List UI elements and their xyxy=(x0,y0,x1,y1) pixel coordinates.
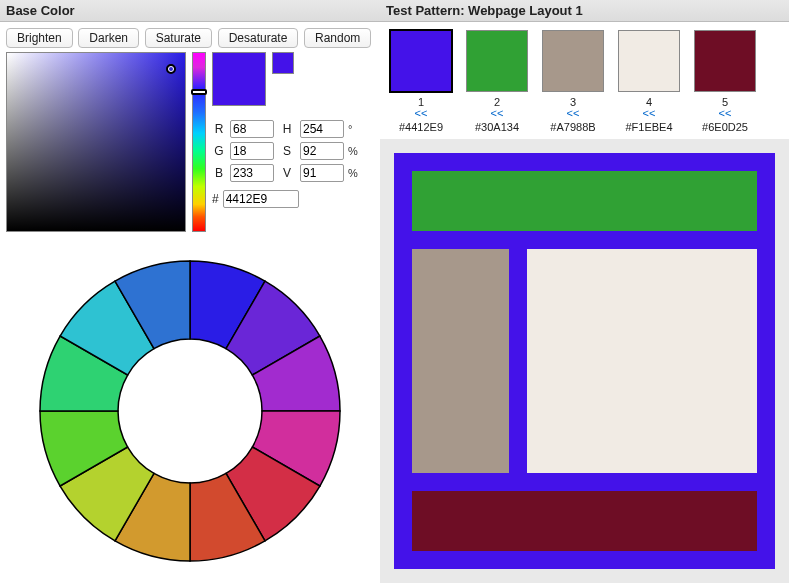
palette-swatch-box[interactable] xyxy=(694,30,756,92)
palette-swatch-hex: #A7988B xyxy=(550,121,595,133)
color-wheel[interactable] xyxy=(25,246,355,576)
layout-preview xyxy=(394,153,775,569)
palette-swatch-box[interactable] xyxy=(618,30,680,92)
v-input[interactable] xyxy=(300,164,344,182)
preview-sidebar-region xyxy=(412,249,509,473)
label-g: G xyxy=(212,144,226,158)
preview-header-region xyxy=(412,171,757,231)
desaturate-button[interactable]: Desaturate xyxy=(218,28,299,48)
palette-swatch-box[interactable] xyxy=(542,30,604,92)
palette-swatch-box[interactable] xyxy=(466,30,528,92)
palette-cycle-button[interactable]: << xyxy=(491,108,504,119)
unit-pct-v: % xyxy=(348,167,362,179)
s-input[interactable] xyxy=(300,142,344,160)
palette-cycle-button[interactable]: << xyxy=(719,108,732,119)
unit-pct-s: % xyxy=(348,145,362,157)
palette-swatches: 1<<#4412E92<<#30A1343<<#A7988B4<<#F1EBE4… xyxy=(380,22,789,139)
sv-cursor-icon[interactable] xyxy=(166,64,176,74)
label-s: S xyxy=(278,144,296,158)
palette-swatch-3: 3<<#A7988B xyxy=(542,30,604,133)
saturate-button[interactable]: Saturate xyxy=(145,28,212,48)
palette-swatch-2: 2<<#30A134 xyxy=(466,30,528,133)
unit-deg: ° xyxy=(348,123,362,135)
b-input[interactable] xyxy=(230,164,274,182)
hue-slider[interactable] xyxy=(192,52,206,232)
label-b: B xyxy=(212,166,226,180)
darken-button[interactable]: Darken xyxy=(78,28,139,48)
palette-swatch-hex: #6E0D25 xyxy=(702,121,748,133)
saturation-value-picker[interactable] xyxy=(6,52,186,232)
preview-footer-region xyxy=(412,491,757,551)
left-panel-title: Base Color xyxy=(0,0,380,22)
label-hash: # xyxy=(212,192,219,206)
right-panel-title: Test Pattern: Webpage Layout 1 xyxy=(380,0,789,22)
palette-swatch-hex: #4412E9 xyxy=(399,121,443,133)
palette-swatch-4: 4<<#F1EBE4 xyxy=(618,30,680,133)
g-input[interactable] xyxy=(230,142,274,160)
palette-swatch-hex: #30A134 xyxy=(475,121,519,133)
palette-cycle-button[interactable]: << xyxy=(567,108,580,119)
palette-swatch-hex: #F1EBE4 xyxy=(625,121,672,133)
palette-swatch-box[interactable] xyxy=(390,30,452,92)
previous-color-swatch xyxy=(272,52,294,74)
random-button[interactable]: Random xyxy=(304,28,371,48)
base-color-toolbar: Brighten Darken Saturate Desaturate Rand… xyxy=(0,22,380,52)
palette-cycle-button[interactable]: << xyxy=(415,108,428,119)
palette-swatch-1: 1<<#4412E9 xyxy=(390,30,452,133)
r-input[interactable] xyxy=(230,120,274,138)
current-color-swatch xyxy=(212,52,266,106)
label-h: H xyxy=(278,122,296,136)
label-v: V xyxy=(278,166,296,180)
h-input[interactable] xyxy=(300,120,344,138)
palette-cycle-button[interactable]: << xyxy=(643,108,656,119)
hue-cursor-icon[interactable] xyxy=(191,89,207,95)
hex-input[interactable] xyxy=(223,190,299,208)
palette-swatch-5: 5<<#6E0D25 xyxy=(694,30,756,133)
brighten-button[interactable]: Brighten xyxy=(6,28,73,48)
label-r: R xyxy=(212,122,226,136)
preview-main-region xyxy=(527,249,757,473)
